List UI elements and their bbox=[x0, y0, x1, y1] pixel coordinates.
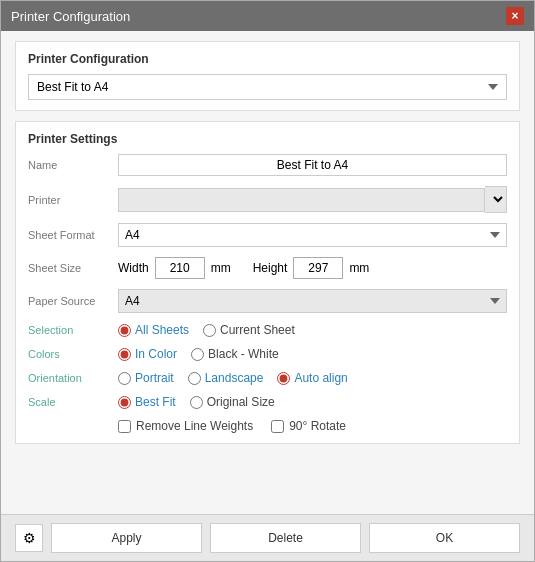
orientation-landscape[interactable]: Landscape bbox=[188, 371, 264, 385]
checkbox-row: Remove Line Weights 90° Rotate bbox=[118, 419, 507, 433]
colors-bw-label: Black - White bbox=[208, 347, 279, 361]
window-title: Printer Configuration bbox=[11, 9, 130, 24]
scale-original-label: Original Size bbox=[207, 395, 275, 409]
selection-all-sheets[interactable]: All Sheets bbox=[118, 323, 189, 337]
printer-config-section: Printer Configuration Best Fit to A4 bbox=[15, 41, 520, 111]
remove-line-weights-checkbox-item[interactable]: Remove Line Weights bbox=[118, 419, 253, 433]
selection-label: Selection bbox=[28, 324, 118, 336]
selection-current-radio[interactable] bbox=[203, 324, 216, 337]
scale-radio-group: Best Fit Original Size bbox=[118, 395, 507, 409]
orientation-auto-label: Auto align bbox=[294, 371, 347, 385]
orientation-auto-radio[interactable] bbox=[277, 372, 290, 385]
width-label: Width bbox=[118, 261, 149, 275]
name-label: Name bbox=[28, 159, 118, 171]
printer-settings-title: Printer Settings bbox=[28, 132, 507, 146]
printer-dropdown[interactable] bbox=[485, 186, 507, 213]
sheet-format-select[interactable]: A4 bbox=[118, 223, 507, 247]
orientation-radio-group: Portrait Landscape Auto align bbox=[118, 371, 507, 385]
printer-config-window: Printer Configuration × Printer Configur… bbox=[0, 0, 535, 562]
sheet-size-row: Width mm Height mm bbox=[118, 257, 507, 279]
remove-line-weights-checkbox[interactable] bbox=[118, 420, 131, 433]
orientation-portrait[interactable]: Portrait bbox=[118, 371, 174, 385]
orientation-label: Orientation bbox=[28, 372, 118, 384]
footer: ⚙ Apply Delete OK bbox=[1, 514, 534, 561]
width-input[interactable] bbox=[155, 257, 205, 279]
rotate-checkbox[interactable] bbox=[271, 420, 284, 433]
printer-config-dropdown[interactable]: Best Fit to A4 bbox=[28, 74, 507, 100]
orientation-auto[interactable]: Auto align bbox=[277, 371, 347, 385]
scale-best-fit[interactable]: Best Fit bbox=[118, 395, 176, 409]
gear-icon: ⚙ bbox=[23, 530, 36, 546]
printer-config-title: Printer Configuration bbox=[28, 52, 507, 66]
height-label: Height bbox=[253, 261, 288, 275]
colors-label: Colors bbox=[28, 348, 118, 360]
width-unit: mm bbox=[211, 261, 231, 275]
colors-in-color-label: In Color bbox=[135, 347, 177, 361]
settings-grid: Name Printer Sheet Format A4 Sheet Size … bbox=[28, 154, 507, 433]
scale-best-fit-label: Best Fit bbox=[135, 395, 176, 409]
colors-radio-group: In Color Black - White bbox=[118, 347, 507, 361]
selection-all-radio[interactable] bbox=[118, 324, 131, 337]
printer-row bbox=[118, 186, 507, 213]
title-bar: Printer Configuration × bbox=[1, 1, 534, 31]
close-button[interactable]: × bbox=[506, 7, 524, 25]
scale-original[interactable]: Original Size bbox=[190, 395, 275, 409]
rotate-label: 90° Rotate bbox=[289, 419, 346, 433]
height-unit: mm bbox=[349, 261, 369, 275]
colors-bw-radio[interactable] bbox=[191, 348, 204, 361]
height-input[interactable] bbox=[293, 257, 343, 279]
name-input[interactable] bbox=[118, 154, 507, 176]
printer-label: Printer bbox=[28, 194, 118, 206]
selection-current-sheet[interactable]: Current Sheet bbox=[203, 323, 295, 337]
paper-source-select[interactable]: A4 bbox=[118, 289, 507, 313]
orientation-portrait-radio[interactable] bbox=[118, 372, 131, 385]
selection-all-label: All Sheets bbox=[135, 323, 189, 337]
orientation-portrait-label: Portrait bbox=[135, 371, 174, 385]
remove-line-weights-label: Remove Line Weights bbox=[136, 419, 253, 433]
sheet-format-label: Sheet Format bbox=[28, 229, 118, 241]
scale-label: Scale bbox=[28, 396, 118, 408]
selection-current-label: Current Sheet bbox=[220, 323, 295, 337]
ok-button[interactable]: OK bbox=[369, 523, 520, 553]
selection-radio-group: All Sheets Current Sheet bbox=[118, 323, 507, 337]
scale-original-radio[interactable] bbox=[190, 396, 203, 409]
scale-best-fit-radio[interactable] bbox=[118, 396, 131, 409]
colors-in-color[interactable]: In Color bbox=[118, 347, 177, 361]
paper-source-label: Paper Source bbox=[28, 295, 118, 307]
apply-button[interactable]: Apply bbox=[51, 523, 202, 553]
printer-settings-section: Printer Settings Name Printer Sheet Form… bbox=[15, 121, 520, 444]
sheet-size-label: Sheet Size bbox=[28, 262, 118, 274]
colors-in-color-radio[interactable] bbox=[118, 348, 131, 361]
content-area: Printer Configuration Best Fit to A4 Pri… bbox=[1, 31, 534, 514]
printer-input bbox=[118, 188, 485, 212]
orientation-landscape-label: Landscape bbox=[205, 371, 264, 385]
colors-bw[interactable]: Black - White bbox=[191, 347, 279, 361]
delete-button[interactable]: Delete bbox=[210, 523, 361, 553]
orientation-landscape-radio[interactable] bbox=[188, 372, 201, 385]
gear-button[interactable]: ⚙ bbox=[15, 524, 43, 552]
rotate-checkbox-item[interactable]: 90° Rotate bbox=[271, 419, 346, 433]
